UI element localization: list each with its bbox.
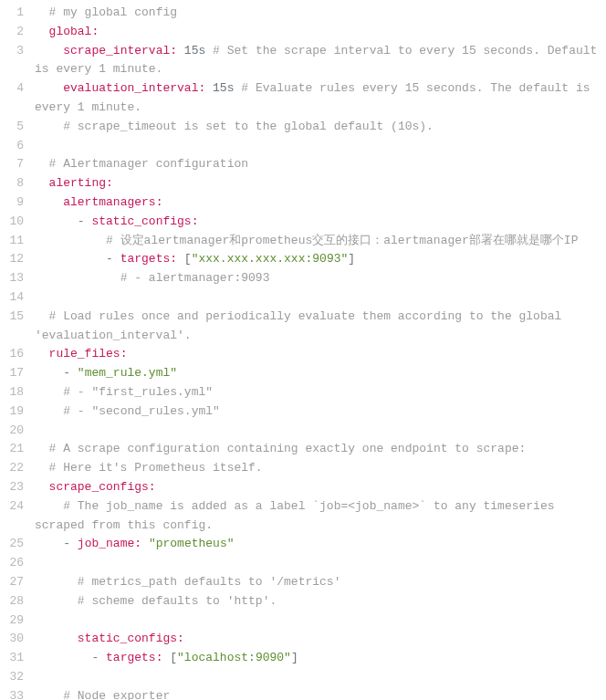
code-line: 22 # Here it's Prometheus itself. [0, 459, 606, 478]
line-number: 4 [0, 79, 35, 99]
code-content: # scrape_timeout is set to the global de… [35, 118, 606, 137]
code-token: : [106, 176, 113, 190]
code-content: - static_configs: [35, 213, 606, 232]
line-number: 28 [0, 592, 35, 611]
line-number: 12 [0, 250, 35, 269]
code-line: 15 # Load rules once and periodically ev… [0, 308, 606, 346]
code-token: alerting [49, 176, 106, 190]
code-content: # - "second_rules.yml" [35, 402, 606, 422]
code-line: 33 # Node exporter [0, 687, 606, 700]
code-token: # Alertmanager configuration [49, 157, 248, 171]
code-content: # The job_name is added as a label `job=… [35, 497, 606, 536]
code-line: 11 # 设定alertmanager和prometheus交互的接口：aler… [0, 232, 606, 251]
line-number: 9 [0, 193, 35, 213]
line-number: 14 [0, 288, 35, 308]
code-token: scrape_interval [63, 44, 170, 57]
code-token: scrape_configs [49, 480, 149, 494]
code-content: rule_files: [35, 345, 606, 364]
code-token: global [49, 25, 92, 38]
code-token [141, 537, 149, 550]
code-token: 15s [205, 81, 241, 95]
line-number: 1 [0, 4, 35, 23]
line-number: 33 [0, 687, 35, 700]
code-content: scrape_configs: [35, 478, 606, 497]
line-number: 10 [0, 213, 35, 232]
code-line: 16 rule_files: [0, 345, 606, 364]
code-content: alertmanagers: [35, 193, 606, 213]
code-token: # Load rules once and periodically evalu… [35, 309, 569, 342]
code-token: [ [162, 651, 177, 664]
line-number: 2 [0, 23, 35, 42]
code-token: ] [291, 651, 298, 664]
code-token: - [78, 214, 92, 228]
code-line: 1 # my global config [0, 4, 606, 23]
code-line: 29 [0, 611, 606, 631]
code-token: - [106, 252, 120, 266]
code-token: # Node exporter [63, 689, 170, 700]
code-token: job_name [78, 537, 134, 550]
code-line: 13 # - alertmanager:9093 [0, 269, 606, 288]
code-token: : [120, 347, 128, 360]
code-token: - [63, 366, 78, 380]
code-content: # Here it's Prometheus itself. [35, 459, 606, 478]
line-number: 27 [0, 573, 35, 592]
code-token: # - "second_rules.yml" [63, 404, 220, 418]
code-block: 1 # my global config2 global:3 scrape_in… [0, 4, 606, 700]
code-line: 24 # The job_name is added as a label `j… [0, 497, 606, 536]
code-content: # metrics_path defaults to '/metrics' [35, 573, 606, 592]
code-token: # scheme defaults to 'http'. [78, 594, 277, 608]
line-number: 29 [0, 611, 35, 631]
code-token: : [149, 480, 156, 494]
code-line: 7 # Alertmanager configuration [0, 155, 606, 174]
code-line: 9 alertmanagers: [0, 193, 606, 213]
code-content: alerting: [35, 174, 606, 193]
line-number: 23 [0, 478, 35, 497]
line-number: 13 [0, 269, 35, 288]
code-token: : [156, 195, 163, 209]
code-line: 30 static_configs: [0, 630, 606, 649]
code-token: : [170, 252, 177, 266]
line-number: 24 [0, 497, 35, 517]
code-content: # Alertmanager configuration [35, 155, 606, 174]
code-token: alertmanagers [63, 195, 155, 209]
code-token: rule_files [49, 347, 120, 360]
line-number: 21 [0, 440, 35, 459]
code-token: ] [348, 252, 355, 266]
line-number: 20 [0, 422, 35, 441]
line-number: 11 [0, 232, 35, 251]
code-token: "mem_rule.yml" [78, 366, 177, 380]
code-token: [ [177, 252, 192, 266]
code-line: 4 evaluation_interval: 15s # Evaluate ru… [0, 79, 606, 118]
code-token: # A scrape configuration containing exac… [49, 442, 527, 455]
code-token: # - alertmanager:9093 [120, 271, 270, 285]
code-token: # The job_name is added as a label `job=… [35, 499, 561, 532]
code-token: static_configs [91, 214, 191, 228]
code-line: 14 [0, 288, 606, 308]
code-line: 8 alerting: [0, 174, 606, 193]
code-content: global: [35, 23, 606, 42]
line-number: 16 [0, 345, 35, 364]
code-line: 25 - job_name: "prometheus" [0, 535, 606, 554]
code-content: - "mem_rule.yml" [35, 364, 606, 383]
line-number: 15 [0, 308, 35, 327]
line-number: 18 [0, 383, 35, 402]
code-token: : [170, 44, 177, 57]
code-line: 31 - targets: ["localhost:9090"] [0, 649, 606, 668]
code-line: 27 # metrics_path defaults to '/metrics' [0, 573, 606, 592]
line-number: 26 [0, 554, 35, 573]
code-line: 6 [0, 137, 606, 156]
code-token: # 设定alertmanager和prometheus交互的接口：alertma… [106, 234, 578, 247]
code-token: # scrape_timeout is set to the global de… [63, 120, 434, 133]
code-content: # my global config [35, 4, 606, 23]
code-line: 19 # - "second_rules.yml" [0, 402, 606, 422]
code-line: 3 scrape_interval: 15s # Set the scrape … [0, 42, 606, 80]
line-number: 7 [0, 155, 35, 174]
code-content: - targets: ["xxx.xxx.xxx.xxx:9093"] [35, 250, 606, 269]
code-content: # Load rules once and periodically evalu… [35, 308, 606, 346]
code-line: 28 # scheme defaults to 'http'. [0, 592, 606, 611]
code-line: 2 global: [0, 23, 606, 42]
code-token: : [134, 537, 141, 550]
code-line: 10 - static_configs: [0, 213, 606, 232]
code-line: 20 [0, 422, 606, 441]
code-content: scrape_interval: 15s # Set the scrape in… [35, 42, 606, 80]
